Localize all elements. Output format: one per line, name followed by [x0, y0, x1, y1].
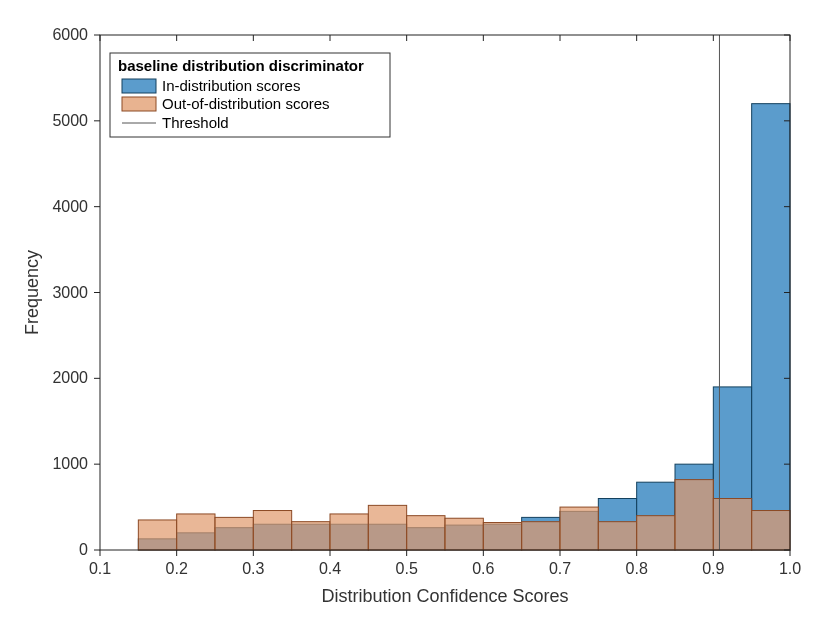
- legend-swatch-in: [122, 79, 156, 93]
- x-tick-label: 0.8: [626, 560, 648, 577]
- bar-out: [483, 523, 521, 550]
- y-tick-label: 0: [79, 541, 88, 558]
- legend-label-out: Out-of-distribution scores: [162, 95, 330, 112]
- bar-out: [598, 522, 636, 550]
- y-tick-label: 2000: [52, 369, 88, 386]
- bar-out: [215, 517, 253, 550]
- bar-out: [253, 511, 291, 550]
- x-tick-label: 0.5: [396, 560, 418, 577]
- y-tick-label: 3000: [52, 284, 88, 301]
- y-tick-label: 1000: [52, 455, 88, 472]
- x-tick-label: 0.1: [89, 560, 111, 577]
- y-tick-label: 4000: [52, 198, 88, 215]
- bar-out: [330, 514, 368, 550]
- bar-in: [752, 104, 790, 550]
- bar-out: [368, 505, 406, 550]
- bar-out: [637, 516, 675, 550]
- x-axis-label: Distribution Confidence Scores: [321, 586, 568, 606]
- x-tick-label: 0.3: [242, 560, 264, 577]
- y-axis-label: Frequency: [22, 250, 42, 335]
- bar-out: [445, 518, 483, 550]
- legend-label-threshold: Threshold: [162, 114, 229, 131]
- x-tick-label: 1.0: [779, 560, 801, 577]
- bar-out: [138, 520, 176, 550]
- legend-title: baseline distribution discriminator: [118, 57, 364, 74]
- bar-out: [522, 522, 560, 550]
- bar-out: [752, 511, 790, 550]
- bar-out: [675, 480, 713, 550]
- y-tick-label: 6000: [52, 26, 88, 43]
- legend-label-in: In-distribution scores: [162, 77, 300, 94]
- bar-out: [407, 516, 445, 550]
- x-tick-label: 0.4: [319, 560, 341, 577]
- chart-svg: 0.10.20.30.40.50.60.70.80.91.00100020003…: [0, 0, 840, 630]
- bar-out: [177, 514, 215, 550]
- x-tick-label: 0.7: [549, 560, 571, 577]
- x-tick-label: 0.2: [166, 560, 188, 577]
- bar-out: [560, 507, 598, 550]
- legend-swatch-out: [122, 97, 156, 111]
- y-tick-label: 5000: [52, 112, 88, 129]
- x-tick-label: 0.6: [472, 560, 494, 577]
- bar-out: [292, 522, 330, 550]
- histogram-chart: 0.10.20.30.40.50.60.70.80.91.00100020003…: [0, 0, 840, 630]
- x-tick-label: 0.9: [702, 560, 724, 577]
